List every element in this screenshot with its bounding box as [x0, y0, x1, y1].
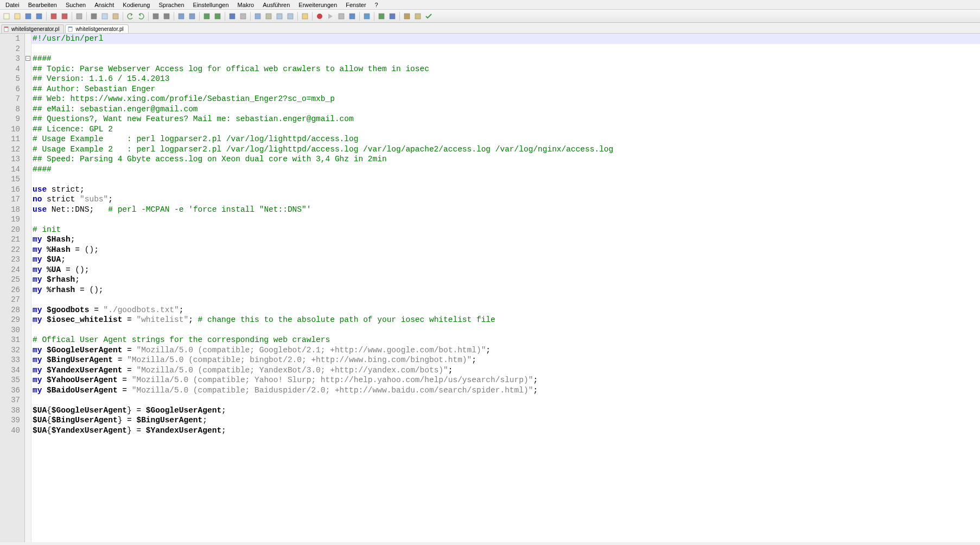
- code-line[interactable]: my $iosec_whitelist = "whitelist"; # cha…: [31, 315, 980, 325]
- save-all-icon[interactable]: [34, 11, 44, 21]
- menu-sprachen[interactable]: Sprachen: [154, 1, 188, 9]
- new-icon[interactable]: [2, 11, 11, 21]
- line-number-gutter[interactable]: 1234567891011121314151617181920212223242…: [0, 34, 25, 542]
- code-line[interactable]: ## Questions?, Want new Features? Mail m…: [31, 114, 980, 124]
- cut-icon[interactable]: [89, 11, 99, 21]
- code-line[interactable]: $UA{$YandexUserAgent} = $YandexUserAgent…: [31, 426, 980, 436]
- tab-0[interactable]: whitelistgenerator.pl: [1, 24, 64, 33]
- close-all-icon[interactable]: [60, 11, 69, 21]
- menu-bearbeiten[interactable]: Bearbeiten: [24, 1, 61, 9]
- code-line[interactable]: # Usage Example 2 : perl logparser2.pl /…: [31, 144, 980, 155]
- menu-fenster[interactable]: Fenster: [341, 1, 370, 9]
- indent-right-icon[interactable]: [362, 11, 372, 21]
- undo-icon[interactable]: [125, 11, 135, 21]
- code-line[interactable]: ## Topic: Parse Webserver Access log for…: [31, 64, 980, 74]
- redo-icon[interactable]: [136, 11, 146, 21]
- misc-icon[interactable]: [413, 11, 423, 21]
- code-line[interactable]: # init: [31, 225, 980, 235]
- wordwrap-icon[interactable]: [227, 11, 237, 21]
- code-line[interactable]: my $UA;: [31, 255, 980, 265]
- doc-map-icon[interactable]: [275, 11, 284, 21]
- play-multi-icon[interactable]: [336, 11, 346, 21]
- save-macro-icon[interactable]: [347, 11, 357, 21]
- print-icon[interactable]: [74, 11, 84, 21]
- toolbar-separator: [312, 12, 313, 21]
- code-line[interactable]: [31, 44, 980, 54]
- comment-icon[interactable]: [402, 11, 412, 21]
- code-line[interactable]: ## Author: Sebastian Enger: [31, 84, 980, 94]
- zoom-out-icon[interactable]: [187, 11, 197, 21]
- code-line[interactable]: ## Licence: GPL 2: [31, 124, 980, 135]
- menu-?[interactable]: ?: [371, 1, 383, 9]
- code-line[interactable]: my $YahooUserAgent = "Mozilla/5.0 (compa…: [31, 375, 980, 385]
- func-list-icon[interactable]: [285, 11, 295, 21]
- menu-einstellungen[interactable]: Einstellungen: [189, 1, 233, 9]
- fold-toggle[interactable]: −: [26, 56, 30, 61]
- show-all-icon[interactable]: [238, 11, 248, 21]
- code-line[interactable]: use strict;: [31, 185, 980, 195]
- close-icon[interactable]: [49, 11, 59, 21]
- code-line[interactable]: # Usage Example : perl logparser2.pl /va…: [31, 134, 980, 144]
- svg-rect-21: [288, 14, 293, 19]
- code-line[interactable]: $UA{$BingUserAgent} = $BingUserAgent;: [31, 415, 980, 426]
- code-area[interactable]: #!/usr/bin/perl###### Topic: Parse Webse…: [31, 34, 980, 542]
- menu-kodierung[interactable]: Kodierung: [118, 1, 154, 9]
- menu-makro[interactable]: Makro: [233, 1, 259, 9]
- menu-ausführen[interactable]: Ausführen: [258, 1, 294, 9]
- folder-icon[interactable]: [300, 11, 310, 21]
- check-icon[interactable]: [424, 11, 434, 21]
- code-line[interactable]: # Offical User Agent strings for the cor…: [31, 335, 980, 345]
- code-line[interactable]: ####: [31, 54, 980, 64]
- code-line[interactable]: $UA{$GoogleUserAgent} = $GoogleUserAgent…: [31, 405, 980, 416]
- outdent-icon[interactable]: [377, 11, 386, 21]
- record-icon[interactable]: [315, 11, 324, 21]
- line-number: 35: [0, 375, 24, 385]
- code-line[interactable]: my %rhash = ();: [31, 285, 980, 295]
- save-icon[interactable]: [23, 11, 33, 21]
- menu-datei[interactable]: Datei: [1, 1, 24, 9]
- find-icon[interactable]: [151, 11, 161, 21]
- fold-margin[interactable]: −: [25, 34, 31, 542]
- toolbar-separator: [399, 12, 400, 21]
- code-line[interactable]: my $goodbots = "./goodbots.txt";: [31, 305, 980, 315]
- code-line[interactable]: [31, 174, 980, 185]
- copy-icon[interactable]: [100, 11, 110, 21]
- menu-suchen[interactable]: Suchen: [61, 1, 90, 9]
- lang-icon[interactable]: [264, 11, 273, 21]
- code-line[interactable]: [31, 214, 980, 225]
- code-line[interactable]: ## Speed: Parsing 4 Gbyte access.log on …: [31, 154, 980, 164]
- code-line[interactable]: #!/usr/bin/perl: [31, 34, 980, 44]
- paste-icon[interactable]: [111, 11, 120, 21]
- sync-h-icon[interactable]: [213, 11, 222, 21]
- menu-ansicht[interactable]: Ansicht: [90, 1, 118, 9]
- menu-erweiterungen[interactable]: Erweiterungen: [294, 1, 341, 9]
- code-line[interactable]: ## Web: https://www.xing.com/profile/Seb…: [31, 94, 980, 104]
- fold-slot: [25, 277, 31, 287]
- code-line[interactable]: my $BaidoUserAgent = "Mozilla/5.0 (compa…: [31, 385, 980, 396]
- code-line[interactable]: use Net::DNS; # perl -MCPAN -e 'force in…: [31, 205, 980, 215]
- fold-slot: [25, 397, 31, 408]
- indent-guide-icon[interactable]: [253, 11, 263, 21]
- code-line[interactable]: no strict "subs";: [31, 194, 980, 205]
- code-line[interactable]: my $GoogleUserAgent = "Mozilla/5.0 (comp…: [31, 345, 980, 356]
- code-line[interactable]: ## eMail: sebastian.enger@gmail.com: [31, 104, 980, 115]
- code-line[interactable]: my $BingUserAgent = "Mozilla/5.0 (compat…: [31, 355, 980, 365]
- code-line[interactable]: ####: [31, 164, 980, 175]
- play-icon[interactable]: [326, 11, 335, 21]
- open-icon[interactable]: [12, 11, 22, 21]
- code-line[interactable]: my $YandexUserAgent = "Mozilla/5.0 (comp…: [31, 365, 980, 376]
- code-line[interactable]: ## Version: 1.1.6 / 15.4.2013: [31, 74, 980, 84]
- code-line[interactable]: my $Hash;: [31, 235, 980, 245]
- code-line[interactable]: my $rhash;: [31, 275, 980, 285]
- zoom-in-icon[interactable]: [176, 11, 186, 21]
- code-line[interactable]: my %Hash = ();: [31, 245, 980, 255]
- code-line[interactable]: [31, 395, 980, 405]
- code-line[interactable]: [31, 295, 980, 305]
- replace-icon[interactable]: [162, 11, 171, 21]
- sync-v-icon[interactable]: [202, 11, 212, 21]
- code-line[interactable]: my %UA = ();: [31, 265, 980, 275]
- code-line[interactable]: [31, 325, 980, 335]
- tab-1[interactable]: whitelistgenerator.pl: [65, 24, 128, 33]
- line-number: 24: [0, 265, 24, 275]
- indent-icon[interactable]: [387, 11, 397, 21]
